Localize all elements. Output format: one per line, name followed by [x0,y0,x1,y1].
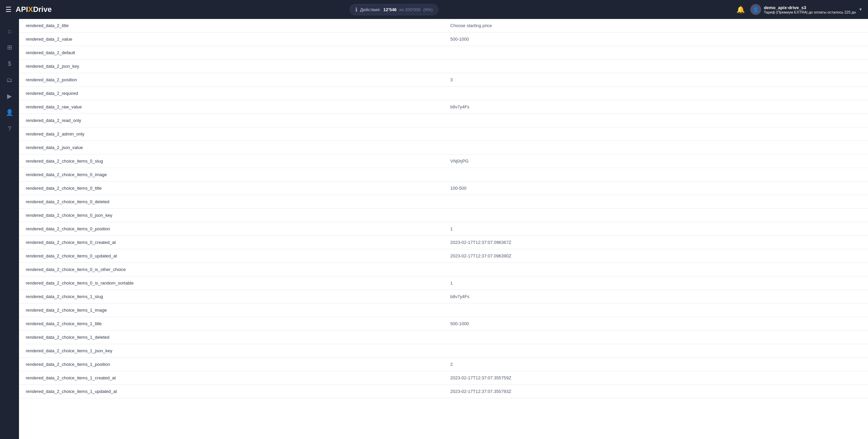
row-value: 100-500 [443,182,868,195]
table-row: rendered_data_2_position3 [19,73,868,87]
row-key: rendered_data_2_choice_items_1_updated_a… [19,385,443,398]
table-row: rendered_data_2_titleChoose starting pri… [19,19,868,33]
sidebar-item-projects[interactable]: 🗂 [3,73,16,87]
table-row: rendered_data_2_choice_items_1_json_key [19,344,868,358]
table-row: rendered_data_2_choice_items_0_is_random… [19,276,868,290]
table-body: rendered_data_2_titleChoose starting pri… [19,19,868,398]
row-value: 2023-02-17T12:37:07.096390Z [443,249,868,263]
navbar-center: ℹ Действия: 12'546 из 200'000 (6%) [52,4,736,15]
table-row: rendered_data_2_choice_items_0_deleted [19,195,868,209]
table-row: rendered_data_2_choice_items_0_created_a… [19,236,868,249]
row-value [443,304,868,317]
row-value: 2023-02-17T12:37:07.355759Z [443,371,868,385]
table-row: rendered_data_2_admin_only [19,127,868,141]
row-key: rendered_data_2_admin_only [19,127,443,141]
table-row: rendered_data_2_choice_items_0_image [19,168,868,182]
row-value [443,87,868,100]
row-key: rendered_data_2_choice_items_0_position [19,222,443,236]
row-value: b8v7y4Fs [443,290,868,304]
table-row: rendered_data_2_value500-1000 [19,33,868,46]
table-row: rendered_data_2_choice_items_1_slugb8v7y… [19,290,868,304]
row-key: rendered_data_2_raw_value [19,100,443,114]
actions-label: Действия: [360,7,381,12]
sidebar-item-help[interactable]: ? [3,122,16,135]
row-value [443,114,868,127]
row-key: rendered_data_2_choice_items_1_deleted [19,331,443,344]
actions-count: 12'546 [383,7,397,12]
row-key: rendered_data_2_json_key [19,60,443,73]
action-info: ℹ Действия: 12'546 из 200'000 (6%) [350,4,438,15]
table-row: rendered_data_2_choice_items_0_is_other_… [19,263,868,276]
row-key: rendered_data_2_choice_items_0_deleted [19,195,443,209]
row-value: 2023-02-17T12:37:07.355793Z [443,385,868,398]
table-row: rendered_data_2_choice_items_0_json_key [19,209,868,222]
row-value: 3 [443,73,868,87]
sidebar-item-billing[interactable]: $ [3,57,16,70]
row-key: rendered_data_2_choice_items_0_updated_a… [19,249,443,263]
row-value [443,46,868,60]
row-key: rendered_data_2_choice_items_1_image [19,304,443,317]
table-row: rendered_data_2_choice_items_1_title500-… [19,317,868,331]
row-key: rendered_data_2_choice_items_1_json_key [19,344,443,358]
data-table: rendered_data_2_titleChoose starting pri… [19,19,868,398]
row-key: rendered_data_2_title [19,19,443,33]
navbar-right: 🔔 👤 demo_apix-drive_s3 Тариф |Премиум EX… [736,4,863,15]
table-row: rendered_data_2_choice_items_0_position1 [19,222,868,236]
row-value [443,195,868,209]
row-value [443,60,868,73]
row-value: b8v7y4Fs [443,100,868,114]
table-row: rendered_data_2_choice_items_1_deleted [19,331,868,344]
row-value [443,141,868,154]
main-layout: ⌂ ⊞ $ 🗂 ▶ 👤 ? rendered_data_2_titleChoos… [0,19,868,439]
row-value [443,331,868,344]
actions-total: из 200'000 [399,7,421,12]
row-value: VNj0rjPG [443,154,868,168]
logo: API X Drive [16,5,52,14]
row-key: rendered_data_2_choice_items_1_created_a… [19,371,443,385]
actions-pct: (6%) [423,7,433,12]
sidebar-item-play[interactable]: ▶ [3,89,16,103]
table-row: rendered_data_2_required [19,87,868,100]
row-key: rendered_data_2_choice_items_0_is_random… [19,276,443,290]
row-key: rendered_data_2_choice_items_1_slug [19,290,443,304]
sidebar: ⌂ ⊞ $ 🗂 ▶ 👤 ? [0,19,19,439]
row-value: 500-1000 [443,33,868,46]
user-icon: 👤 [753,7,758,12]
row-value [443,209,868,222]
info-icon: ℹ [355,6,357,13]
table-row: rendered_data_2_choice_items_0_title100-… [19,182,868,195]
sidebar-item-profile[interactable]: 👤 [3,106,16,119]
user-name: demo_apix-drive_s3 [764,5,856,10]
row-value: 2023-02-17T12:37:07.096367Z [443,236,868,249]
row-key: rendered_data_2_default [19,46,443,60]
row-value: 1 [443,222,868,236]
notifications-button[interactable]: 🔔 [736,5,745,14]
table-row: rendered_data_2_choice_items_1_updated_a… [19,385,868,398]
hamburger-icon[interactable]: ☰ [5,5,12,14]
row-key: rendered_data_2_json_value [19,141,443,154]
table-container[interactable]: rendered_data_2_titleChoose starting pri… [19,19,868,439]
row-value [443,344,868,358]
row-key: rendered_data_2_position [19,73,443,87]
table-row: rendered_data_2_choice_items_0_updated_a… [19,249,868,263]
row-key: rendered_data_2_value [19,33,443,46]
avatar: 👤 [750,4,761,15]
table-row: rendered_data_2_choice_items_0_slugVNj0r… [19,154,868,168]
user-details: demo_apix-drive_s3 Тариф |Премиум EXTRA|… [764,5,856,14]
row-key: rendered_data_2_read_only [19,114,443,127]
table-row: rendered_data_2_json_key [19,60,868,73]
navbar: ☰ API X Drive ℹ Действия: 12'546 из 200'… [0,0,868,19]
logo-x: X [28,5,33,14]
sidebar-item-dashboard[interactable]: ⊞ [3,41,16,54]
sidebar-item-home[interactable]: ⌂ [3,24,16,38]
table-row: rendered_data_2_read_only [19,114,868,127]
row-value [443,168,868,182]
table-row: rendered_data_2_raw_valueb8v7y4Fs [19,100,868,114]
row-key: rendered_data_2_choice_items_1_position [19,358,443,371]
row-value [443,263,868,276]
logo-api: API [16,5,28,14]
table-row: rendered_data_2_default [19,46,868,60]
user-info[interactable]: 👤 demo_apix-drive_s3 Тариф |Премиум EXTR… [750,4,863,15]
user-plan: Тариф |Премиум EXTRA| до оплаты осталось… [764,10,856,14]
row-value: 2 [443,358,868,371]
